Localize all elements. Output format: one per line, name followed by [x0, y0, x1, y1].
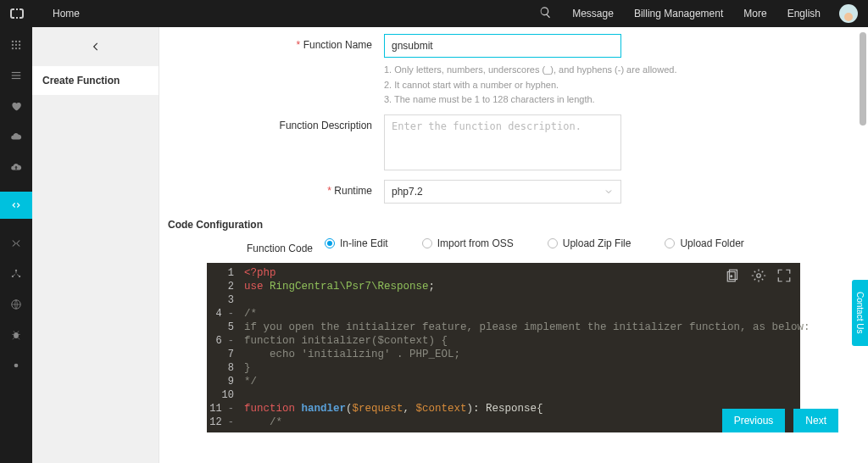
cloud-icon[interactable] — [10, 131, 22, 142]
radio-upload-zip[interactable]: Upload Zip File — [548, 237, 632, 249]
cloud-up-icon[interactable] — [10, 161, 22, 173]
radio-import-oss[interactable]: Import from OSS — [422, 237, 514, 249]
code-config-heading: Code Configuration — [168, 219, 858, 231]
chevron-down-icon — [604, 187, 614, 197]
svg-point-3 — [12, 44, 14, 46]
top-navbar: Home Message Billing Management More Eng… — [0, 0, 868, 27]
brand-logo-icon — [10, 8, 24, 19]
svg-point-7 — [15, 47, 17, 49]
code-icon[interactable] — [0, 192, 32, 219]
editor-code: <?php use RingCentral\Psr7\Response; /* … — [239, 263, 800, 432]
svg-point-6 — [12, 47, 14, 49]
previous-button[interactable]: Previous — [722, 409, 786, 432]
runtime-select[interactable]: php7.2 — [384, 180, 621, 204]
svg-point-2 — [19, 41, 20, 42]
search-icon[interactable] — [539, 6, 552, 21]
shuffle-icon[interactable] — [10, 237, 22, 249]
back-button[interactable] — [32, 27, 159, 66]
runtime-value: php7.2 — [392, 186, 423, 198]
left-rail — [0, 27, 32, 463]
contact-us-tab[interactable]: Contact Us — [852, 280, 868, 346]
function-code-label: Function Code — [159, 237, 325, 254]
svg-rect-10 — [12, 75, 21, 75]
nav-more[interactable]: More — [743, 8, 766, 20]
wizard-footer-buttons: Previous Next — [722, 409, 838, 432]
scrollbar[interactable] — [858, 27, 868, 197]
function-name-help: 1. Only letters, numbers, underscores (_… — [384, 63, 676, 108]
dot-icon[interactable] — [10, 360, 22, 371]
nodes-icon[interactable] — [10, 268, 22, 280]
grid-icon[interactable] — [10, 39, 22, 51]
svg-point-16 — [14, 332, 19, 338]
sidebar-title: Create Function — [32, 66, 159, 95]
nav-message[interactable]: Message — [572, 8, 614, 20]
code-editor[interactable]: 1234 -5 6 -78910 11 -12 - <?php use Ring… — [207, 263, 800, 432]
svg-point-1 — [15, 41, 17, 42]
svg-point-0 — [12, 41, 14, 42]
nav-billing[interactable]: Billing Management — [634, 8, 723, 20]
main-panel: Function Name 1. Only letters, numbers, … — [159, 27, 868, 463]
nav-language[interactable]: English — [787, 8, 821, 20]
svg-point-8 — [19, 47, 20, 49]
list-icon[interactable] — [10, 70, 22, 81]
svg-rect-11 — [12, 78, 21, 79]
radio-inline-edit[interactable]: In-line Edit — [325, 237, 388, 249]
next-button[interactable]: Next — [793, 409, 838, 432]
secondary-sidebar: Create Function — [32, 27, 159, 463]
bug-icon[interactable] — [10, 329, 22, 341]
editor-gutter: 1234 -5 6 -78910 11 -12 - — [207, 263, 239, 432]
svg-rect-9 — [12, 72, 21, 73]
function-desc-label: Function Description — [159, 114, 384, 131]
function-desc-input[interactable] — [384, 114, 621, 170]
function-name-label: Function Name — [159, 34, 384, 51]
svg-point-5 — [19, 44, 20, 46]
heart-icon[interactable] — [10, 100, 22, 112]
radio-upload-folder[interactable]: Upload Folder — [665, 237, 743, 249]
nav-home[interactable]: Home — [53, 8, 80, 20]
function-name-input[interactable] — [384, 34, 621, 58]
svg-point-4 — [15, 44, 17, 46]
globe-icon[interactable] — [10, 298, 22, 310]
avatar[interactable] — [839, 4, 858, 23]
runtime-label: Runtime — [159, 180, 384, 197]
svg-point-17 — [14, 364, 19, 368]
svg-point-12 — [15, 270, 17, 271]
